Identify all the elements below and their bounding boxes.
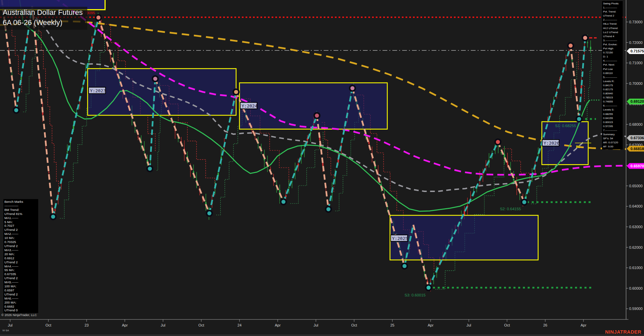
- swing-pivots-line: 5.-------------: [603, 75, 622, 79]
- time-tick: Oct: [45, 323, 51, 327]
- bench-marks-line: 0.67335: [4, 272, 37, 276]
- swing-pivots-line: SP's: 54: [603, 137, 622, 141]
- swing-pivots-line: 0.74655: [603, 100, 622, 104]
- time-tick: 25: [390, 323, 394, 327]
- price-tick: 0.63000: [629, 225, 643, 229]
- bench-marks-line: MA4.------: [4, 264, 37, 268]
- price-marker-tag: 0.66818: [630, 147, 644, 151]
- time-tick: Oct: [198, 323, 204, 327]
- price-marker-tags: 0.715750.691200.673360.668180.65970: [627, 48, 644, 169]
- copyright-label: © 2026 NinjaTrader, LLC: [1, 313, 37, 317]
- price-tick: 0.59000: [629, 307, 643, 311]
- swing-pivots-line: Pvt. Trend:: [603, 10, 622, 14]
- contract-period: 6A 06-26 (Weekly): [3, 18, 87, 28]
- swing-pivots-line: UTrend 2: [603, 14, 622, 18]
- swing-pivots-line: 0.82175: [603, 88, 622, 92]
- swing-pivots-line: 0.68255: [603, 112, 622, 116]
- chart-canvas[interactable]: 0.73095S1: 0.68255S2: 0.64155S3: 0.60015…: [0, 0, 644, 336]
- swing-pivots-line: Levels R:: [603, 79, 622, 83]
- year-label: Y:2024: [242, 103, 257, 109]
- bench-marks-line: -------------: [4, 204, 37, 208]
- swing-pivots-line: 1.-------------: [603, 6, 622, 10]
- swing-pivots-line: 0.78515: [603, 96, 622, 100]
- bench-marks-line: Bench Marks: [4, 200, 37, 204]
- bench-marks-line: 200 MA:: [4, 301, 37, 305]
- bench-marks-line: 0.6912: [4, 256, 37, 260]
- time-tick: 23: [85, 323, 89, 327]
- swing-pivots-line: UTrend 4: [603, 34, 622, 39]
- bench-marks-line: UTrend 81%: [4, 212, 37, 216]
- bench-marks-line: 0.70325: [4, 240, 37, 244]
- bench-marks-line: 5 MA:: [4, 220, 37, 224]
- price-tick: 0.72000: [629, 41, 643, 45]
- year-boxes: [0, 0, 588, 260]
- swing-pivots-line: 4.-------------: [603, 59, 622, 63]
- swing-pivots-line: HiLo Trend:: [603, 22, 622, 26]
- instrument-name: Australian Dollar Futures: [3, 7, 87, 18]
- swing-pivots-line: 3.-------------: [603, 39, 622, 43]
- swing-pivots-line: 0.69110: [603, 71, 622, 75]
- swing-pivots-line: 2.-------------: [603, 18, 622, 22]
- bench-marks-line: UTrend 2: [4, 244, 37, 248]
- swing-pivots-line: 0.57295: [603, 124, 622, 128]
- bench-marks-line: UTrend 2: [4, 292, 37, 296]
- support-label-s3: S3: 0.60015: [405, 293, 426, 297]
- swing-pivots-line: 0.72150: [603, 51, 622, 55]
- support-label-s2: S2: 0.64155: [500, 207, 521, 211]
- price-tick: 0.62000: [629, 245, 643, 249]
- bench-marks-line: 55 MA:: [4, 268, 37, 272]
- swing-pivots-line: Pvt. Next:: [603, 63, 622, 67]
- bench-marks-line: 0.6597: [4, 288, 37, 292]
- bench-marks-line: 0.7027: [4, 224, 37, 228]
- bench-marks-line: 20 MA:: [4, 252, 37, 256]
- support-label-s1: S1: 0.68255: [555, 124, 576, 128]
- ninjatrader-logo: NINJATRADER: [605, 329, 641, 335]
- time-tick: Oct: [504, 323, 510, 327]
- price-tick: 0.64000: [629, 204, 643, 208]
- time-tick: Apr: [275, 323, 280, 327]
- price-marker-tag: 0.65970: [630, 164, 644, 168]
- swing-pivots-line: AR: 0.07120: [603, 141, 622, 145]
- time-tick: Oct: [351, 323, 357, 327]
- bench-marks-line: UTrend 2: [4, 228, 37, 232]
- price-tick: 0.68000: [629, 122, 643, 126]
- bench-marks-line: 0.6682: [4, 305, 37, 309]
- price-marker-tag: 0.71575: [630, 49, 644, 53]
- bench-marks-panel: Bench Marks-------------BM Trend:UTrend …: [3, 199, 38, 313]
- price-marker-tag: 0.69120: [630, 99, 644, 103]
- price-tick: 0.73000: [629, 20, 643, 24]
- time-tick: 24: [237, 323, 242, 327]
- swing-pivots-line: 0.60015: [603, 120, 622, 124]
- instrument-status-label: W 6A: [2, 329, 9, 332]
- price-tick: 0.70000: [629, 81, 643, 86]
- swing-pivots-line: Pvt High: [603, 47, 622, 51]
- swing-pivots-line: 0.80940: [603, 92, 622, 96]
- bench-marks-line: MA3.------: [4, 248, 37, 252]
- price-tick: 0.65000: [629, 184, 643, 188]
- year-label: Y:2026: [544, 141, 559, 146]
- swing-pivots-line: 0.84175: [603, 83, 622, 88]
- bench-marks-line: BM Trend:: [4, 208, 37, 212]
- time-tick: Jul: [161, 323, 165, 327]
- swing-pivots-line: 6.-------------: [603, 104, 622, 108]
- swing-pivots-line: Levels S:: [603, 108, 622, 112]
- year-label: Y:2023: [90, 88, 106, 93]
- time-tick: Apr: [428, 323, 433, 327]
- bench-marks-line: UTrend 0: [4, 308, 37, 312]
- bench-marks-line: 10 MA:: [4, 236, 37, 240]
- price-tick: 0.60000: [629, 286, 643, 290]
- time-tick: Jul: [466, 323, 471, 327]
- time-tick: Apr: [122, 323, 128, 327]
- swing-pivots-panel: Swing Pivots1.-------------Pvt. Trend:UT…: [602, 1, 623, 149]
- price-marker-tag: 0.67336: [630, 136, 644, 140]
- time-tick: Jul: [8, 323, 13, 327]
- bottom-strip: [0, 334, 644, 336]
- swing-pivots-line: AF: 9.00: [603, 145, 622, 149]
- price-tick: 0.61000: [629, 266, 643, 270]
- swing-pivots-line: 7.-------------: [603, 128, 622, 133]
- time-tick: 26: [543, 323, 547, 327]
- swing-pivots-line: Pvt Low: [603, 67, 622, 71]
- time-tick: Apr: [580, 323, 586, 327]
- instrument-title: Australian Dollar Futures 6A 06-26 (Week…: [0, 7, 87, 30]
- bench-marks-line: MA2.------: [4, 232, 37, 236]
